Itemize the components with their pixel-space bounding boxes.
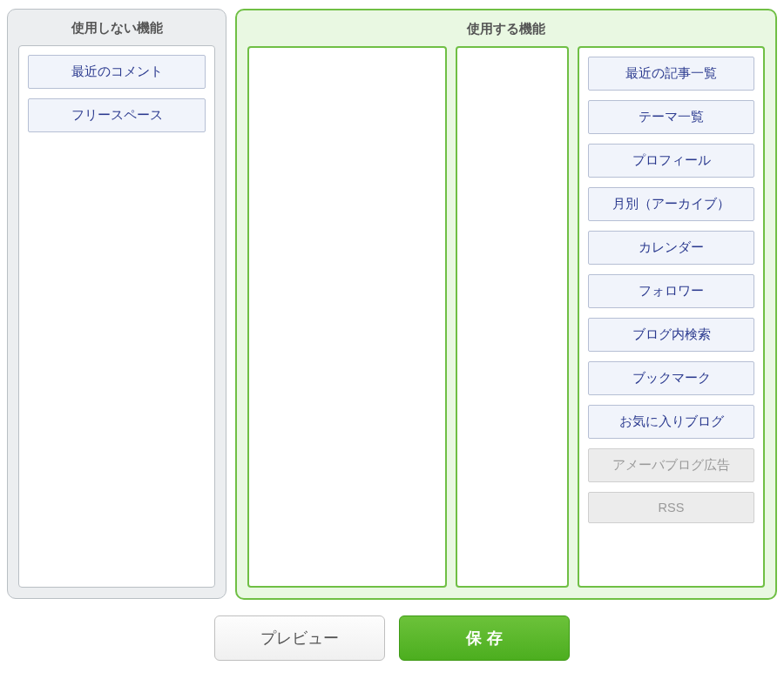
panel-unused: 使用しない機能 最近のコメントフリースペース [7, 9, 226, 599]
widget-item: アメーバブログ広告 [588, 448, 754, 482]
panel-used-title: 使用する機能 [237, 10, 775, 46]
widget-item[interactable]: 月別（アーカイブ） [588, 187, 754, 221]
widget-item: RSS [588, 492, 754, 523]
widget-item[interactable]: フリースペース [28, 98, 206, 132]
panel-used: 使用する機能 最近の記事一覧テーマ一覧プロフィール月別（アーカイブ）カレンダーフ… [235, 9, 777, 600]
widget-item[interactable]: ブログ内検索 [588, 318, 754, 352]
used-column-a[interactable] [247, 46, 447, 588]
unused-dropzone[interactable]: 最近のコメントフリースペース [18, 45, 215, 588]
widget-item[interactable]: 最近のコメント [28, 55, 206, 89]
used-column-c[interactable]: 最近の記事一覧テーマ一覧プロフィール月別（アーカイブ）カレンダーフォロワーブログ… [578, 46, 765, 588]
save-button[interactable]: 保存 [399, 615, 570, 661]
widget-item[interactable]: ブックマーク [588, 361, 754, 395]
widget-item[interactable]: プロフィール [588, 144, 754, 178]
preview-button[interactable]: プレビュー [214, 615, 385, 661]
widget-item[interactable]: フォロワー [588, 274, 754, 308]
used-column-b[interactable] [456, 46, 569, 588]
widget-item[interactable]: お気に入りブログ [588, 405, 754, 439]
widget-item[interactable]: 最近の記事一覧 [588, 57, 754, 91]
panel-unused-title: 使用しない機能 [8, 10, 226, 45]
widget-item[interactable]: カレンダー [588, 231, 754, 265]
widget-item[interactable]: テーマ一覧 [588, 100, 754, 134]
